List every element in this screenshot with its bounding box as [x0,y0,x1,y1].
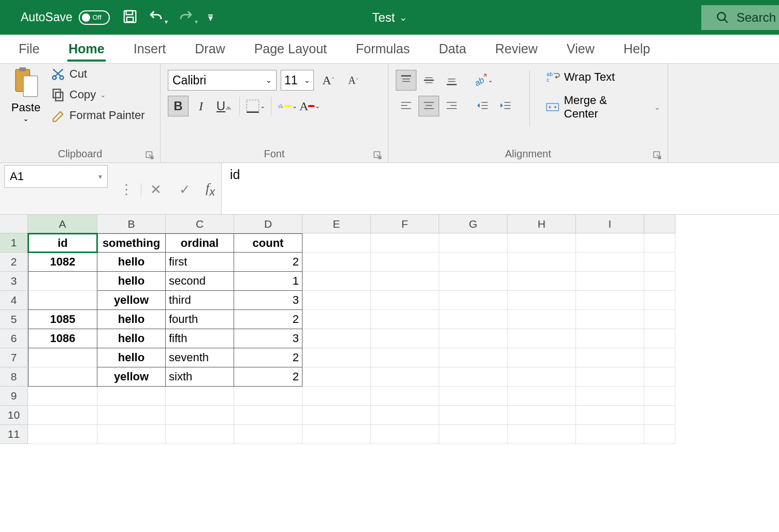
cell[interactable] [508,367,576,387]
cell[interactable]: sixth [166,367,234,387]
cell[interactable] [644,329,675,348]
col-header-extra[interactable] [644,215,675,233]
cell[interactable] [576,367,644,387]
cell[interactable] [28,425,97,444]
col-header-F[interactable]: F [371,215,439,233]
cell[interactable] [97,406,166,425]
autosave-toggle[interactable]: AutoSave Off [21,10,110,25]
cell[interactable]: id [28,233,97,253]
cell[interactable] [439,406,508,425]
cell[interactable] [28,406,97,425]
cell[interactable]: hello [97,253,166,272]
tab-formulas[interactable]: Formulas [355,41,411,56]
cell[interactable] [28,348,97,367]
cell[interactable]: 2 [234,348,302,367]
cell[interactable] [234,425,302,444]
increase-indent-button[interactable] [495,96,516,116]
cell[interactable]: hello [97,329,166,348]
cell[interactable]: 2 [234,367,302,387]
row-header-1[interactable]: 1 [0,233,28,253]
cell[interactable]: 2 [234,253,302,272]
cell[interactable] [371,387,439,406]
cell[interactable] [166,406,234,425]
fx-icon[interactable]: fx [199,176,221,203]
col-header-H[interactable]: H [508,215,576,233]
cell[interactable] [439,367,508,387]
cell[interactable] [302,272,371,291]
row-header-6[interactable]: 6 [0,329,28,348]
cell[interactable] [28,387,97,406]
cell[interactable] [97,425,166,444]
bold-button[interactable]: B [168,96,189,116]
align-left-button[interactable] [396,96,416,116]
cell[interactable] [439,425,508,444]
col-header-G[interactable]: G [439,215,508,233]
cell[interactable] [371,291,439,310]
cell[interactable] [302,348,371,367]
cell[interactable]: 3 [234,329,302,348]
cell[interactable]: 1 [234,272,302,291]
cell[interactable] [508,329,576,348]
col-header-D[interactable]: D [234,215,302,233]
row-header-8[interactable]: 8 [0,367,28,387]
cell[interactable] [371,348,439,367]
cell[interactable] [644,233,675,253]
cell[interactable] [576,253,644,272]
cell[interactable] [371,272,439,291]
cell[interactable] [28,272,97,291]
cell[interactable] [644,253,675,272]
cell[interactable] [439,329,508,348]
col-header-I[interactable]: I [576,215,644,233]
alignment-dialog-launcher[interactable] [653,151,662,160]
cell[interactable] [439,310,508,329]
underline-button[interactable]: U⌄ [213,96,234,116]
cell[interactable] [508,348,576,367]
font-size-select[interactable]: 11⌄ [281,70,314,91]
cell[interactable] [508,291,576,310]
cell[interactable] [576,310,644,329]
tab-insert[interactable]: Insert [133,41,167,56]
increase-font-button[interactable]: A˄ [318,70,339,91]
cell[interactable]: 1086 [28,329,97,348]
cell[interactable] [508,272,576,291]
tab-page-layout[interactable]: Page Layout [253,41,328,56]
cell[interactable] [439,253,508,272]
tab-home[interactable]: Home [67,41,105,62]
cell[interactable] [576,291,644,310]
save-icon[interactable] [122,9,138,26]
cell[interactable]: hello [97,272,166,291]
wrap-text-button[interactable]: abc Wrap Text [545,70,660,84]
tab-help[interactable]: Help [623,41,651,56]
cell[interactable] [439,291,508,310]
cell[interactable] [644,425,675,444]
align-center-button[interactable] [419,96,439,116]
cell[interactable] [644,367,675,387]
cell[interactable] [508,387,576,406]
cell[interactable] [508,233,576,253]
cell[interactable] [576,425,644,444]
cut-button[interactable]: Cut [51,67,145,81]
cell[interactable] [234,387,302,406]
align-bottom-button[interactable] [441,70,462,91]
cell[interactable] [302,367,371,387]
cell[interactable]: yellow [97,291,166,310]
align-middle-button[interactable] [419,70,439,91]
borders-button[interactable]: ⌄ [245,96,266,116]
clipboard-dialog-launcher[interactable] [146,151,155,160]
cell[interactable] [508,310,576,329]
row-header-5[interactable]: 5 [0,310,28,329]
cancel-formula-button[interactable]: ✕ [141,179,170,201]
cell[interactable] [28,367,97,387]
col-header-E[interactable]: E [302,215,371,233]
font-name-select[interactable]: Calibri⌄ [168,70,277,91]
redo-button[interactable]: ▾ [178,9,198,26]
format-painter-button[interactable]: Format Painter [51,108,145,123]
cell[interactable] [166,387,234,406]
cell[interactable] [166,425,234,444]
cell[interactable]: 1085 [28,310,97,329]
cell[interactable] [302,253,371,272]
cell[interactable]: 3 [234,291,302,310]
cell[interactable]: fourth [166,310,234,329]
cell[interactable] [576,406,644,425]
row-header-7[interactable]: 7 [0,348,28,367]
